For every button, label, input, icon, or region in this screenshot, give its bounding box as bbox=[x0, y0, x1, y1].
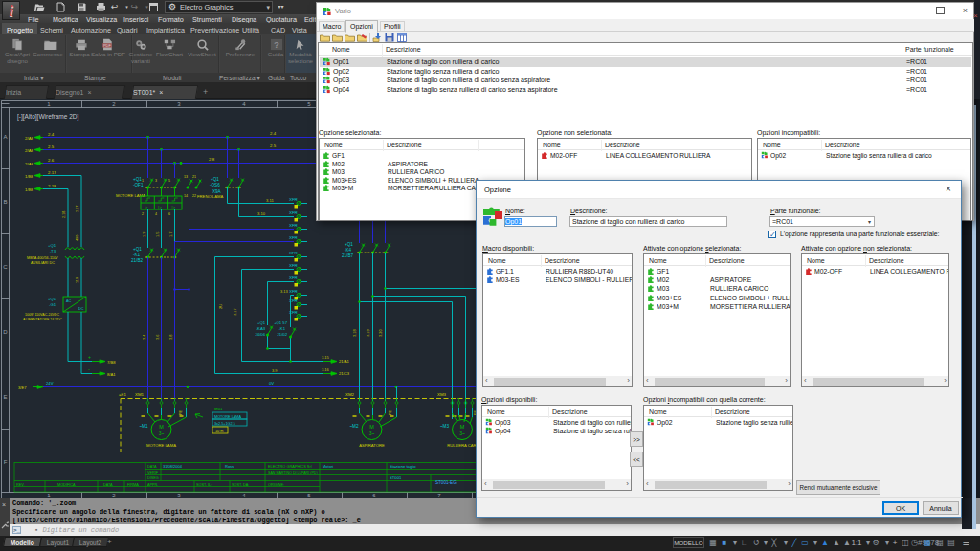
svg-text:XFR: XFR bbox=[289, 197, 298, 202]
svg-text:ORIGINE:: ORIGINE: bbox=[268, 483, 284, 487]
svg-text:3.18: 3.18 bbox=[352, 328, 357, 337]
svg-text:SAN MARTINO DI LUPARI (PD): SAN MARTINO DI LUPARI (PD) bbox=[268, 471, 318, 474]
svg-text:21/B2: 21/B2 bbox=[131, 258, 143, 263]
svg-text:21/B7: 21/B7 bbox=[342, 253, 353, 258]
svg-text:+Q1: +Q1 bbox=[48, 243, 56, 248]
svg-text:XM2: XM2 bbox=[345, 392, 355, 397]
svg-text:M: M bbox=[460, 424, 465, 430]
svg-text:XFR: XFR bbox=[289, 289, 298, 294]
svg-text:XFR: XFR bbox=[289, 235, 298, 240]
svg-text:PDF: PDF bbox=[103, 43, 111, 48]
svg-text:PE: PE bbox=[389, 409, 392, 415]
svg-text:M: M bbox=[369, 424, 374, 430]
svg-text:24V: 24V bbox=[46, 381, 54, 386]
svg-text:SOST. IL:: SOST. IL: bbox=[196, 483, 212, 487]
svg-text:-G1: -G1 bbox=[49, 302, 56, 307]
svg-text:2.17: 2.17 bbox=[76, 206, 79, 212]
svg-text:B: B bbox=[3, 199, 7, 205]
svg-text:-QF1: -QF1 bbox=[133, 183, 144, 187]
svg-text:F: F bbox=[4, 459, 8, 465]
svg-text:8/A1: 8/A1 bbox=[107, 372, 116, 377]
svg-text:XFR: XFR bbox=[289, 276, 298, 280]
svg-text:+Q1: +Q1 bbox=[133, 177, 142, 182]
svg-text:M01: M01 bbox=[214, 407, 223, 411]
svg-text:21/02: 21/02 bbox=[278, 332, 288, 337]
svg-text:Stazione taglio: Stazione taglio bbox=[390, 464, 416, 469]
svg-text:110: 110 bbox=[76, 277, 79, 283]
svg-text:5: 5 bbox=[168, 179, 170, 183]
svg-text:1/B8: 1/B8 bbox=[25, 187, 34, 192]
svg-text:ELECTRO GRAPHICS Srl: ELECTRO GRAPHICS Srl bbox=[268, 464, 312, 469]
svg-text:21/C3: 21/C3 bbox=[339, 371, 350, 376]
svg-text:3~: 3~ bbox=[159, 430, 165, 436]
svg-text:2.17: 2.17 bbox=[48, 170, 56, 175]
svg-text:ASPIRATORE: ASPIRATORE bbox=[359, 443, 385, 448]
svg-text:?: ? bbox=[274, 39, 279, 50]
svg-text:XFR: XFR bbox=[289, 223, 298, 228]
svg-text:100W 110VAC-24VDC: 100W 110VAC-24VDC bbox=[25, 313, 59, 317]
svg-text:DC: DC bbox=[78, 307, 84, 311]
svg-text:1.5: 1.5 bbox=[155, 231, 160, 237]
svg-text:2/A8: 2/A8 bbox=[25, 136, 34, 141]
svg-text:MBTA 400/56-110V: MBTA 400/56-110V bbox=[27, 256, 58, 260]
svg-text:M: M bbox=[159, 424, 164, 430]
svg-text:3.6: 3.6 bbox=[155, 334, 160, 340]
svg-text:3.11: 3.11 bbox=[266, 198, 275, 203]
svg-text:+Q1: +Q1 bbox=[211, 177, 219, 182]
svg-text:AC: AC bbox=[66, 299, 72, 303]
svg-text:2.6: 2.6 bbox=[48, 158, 55, 163]
svg-text:-: - bbox=[88, 366, 90, 372]
svg-text:REV.: REV. bbox=[16, 483, 25, 487]
svg-text:DISEG: DISEG bbox=[147, 476, 159, 480]
svg-text:1.3: 1.3 bbox=[142, 231, 146, 237]
svg-text:2/A8: 2/A8 bbox=[25, 148, 34, 153]
svg-text:+Q1: +Q1 bbox=[133, 247, 142, 252]
svg-text:3x2.5+1G2.5: 3x2.5+1G2.5 bbox=[214, 422, 235, 426]
svg-text:ST001-EG: ST001-EG bbox=[435, 480, 457, 485]
svg-text:2: 2 bbox=[142, 212, 144, 216]
svg-text:3.16: 3.16 bbox=[322, 367, 330, 372]
svg-text:14: 14 bbox=[184, 194, 188, 198]
svg-text:-QS6: -QS6 bbox=[210, 183, 220, 187]
svg-text:3.19: 3.19 bbox=[366, 328, 370, 337]
svg-text:2.5: 2.5 bbox=[270, 143, 277, 148]
svg-text:3.9: 3.9 bbox=[272, 368, 278, 373]
svg-text:24/06: 24/06 bbox=[256, 332, 266, 337]
svg-text:SOST. DA:: SOST. DA: bbox=[232, 483, 249, 487]
svg-text:2.5: 2.5 bbox=[48, 144, 55, 149]
svg-text:XM3: XM3 bbox=[437, 392, 447, 397]
svg-text:[-][Alto][Wireframe 2D]: [-][Alto][Wireframe 2D] bbox=[17, 113, 78, 121]
svg-text:2.18: 2.18 bbox=[62, 211, 66, 218]
svg-text:+Q1: +Q1 bbox=[345, 242, 353, 247]
svg-text:21: 21 bbox=[192, 175, 196, 179]
svg-text:21/A1: 21/A1 bbox=[339, 359, 350, 364]
svg-text:2.18: 2.18 bbox=[48, 184, 56, 188]
svg-text:~M1: ~M1 bbox=[139, 424, 148, 429]
svg-text:XFR: XFR bbox=[289, 210, 298, 215]
svg-text:DATA: DATA bbox=[103, 483, 113, 487]
svg-text:31/08/2004: 31/08/2004 bbox=[163, 464, 183, 469]
svg-text:+: + bbox=[88, 354, 91, 360]
svg-text:3.20: 3.20 bbox=[378, 328, 383, 337]
svg-text:MODIFICA: MODIFICA bbox=[57, 483, 76, 487]
svg-text:3~: 3~ bbox=[369, 430, 375, 436]
svg-text:DATA: DATA bbox=[147, 465, 157, 469]
svg-text:~M3: ~M3 bbox=[440, 424, 450, 429]
svg-text:XFR: XFR bbox=[289, 251, 298, 255]
svg-text:FIRMA: FIRMA bbox=[127, 483, 139, 487]
svg-text:3.13: 3.13 bbox=[280, 289, 289, 294]
svg-text:MOTORE LAMA: MOTORE LAMA bbox=[214, 415, 241, 419]
svg-text:2/A8: 2/A8 bbox=[25, 162, 34, 166]
svg-text:3.17: 3.17 bbox=[233, 307, 237, 316]
svg-text:Motori: Motori bbox=[323, 464, 333, 469]
svg-text:E: E bbox=[3, 394, 7, 400]
svg-text:D: D bbox=[3, 329, 8, 335]
svg-text:1.7: 1.7 bbox=[168, 231, 173, 237]
svg-text:3.15: 3.15 bbox=[322, 355, 330, 360]
svg-text:XM1: XM1 bbox=[135, 392, 145, 397]
svg-text:3.10: 3.10 bbox=[257, 211, 266, 216]
svg-text:XFR: XFR bbox=[289, 263, 298, 268]
svg-text:10 m: 10 m bbox=[215, 430, 223, 433]
svg-text:3/E7: 3/E7 bbox=[18, 386, 27, 390]
svg-text:3~: 3~ bbox=[459, 430, 465, 436]
